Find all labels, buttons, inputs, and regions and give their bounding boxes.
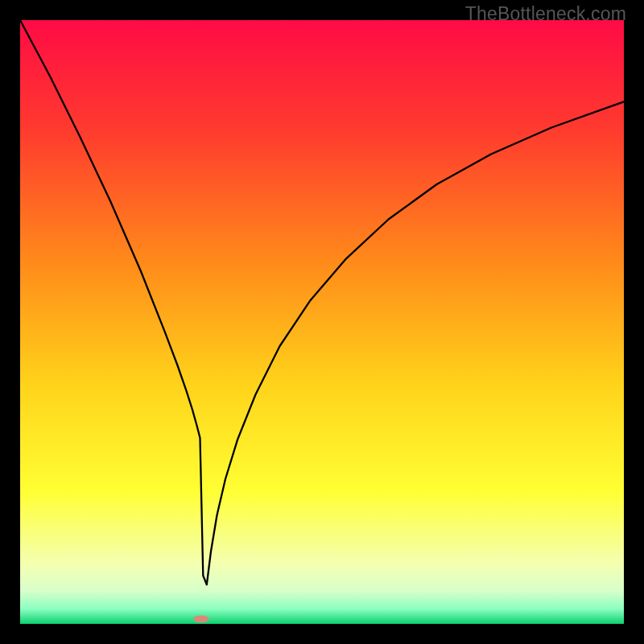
plot-background — [20, 20, 624, 624]
min-marker — [193, 616, 209, 623]
chart-frame: TheBottleneck.com — [0, 0, 644, 644]
watermark-text: TheBottleneck.com — [465, 3, 626, 25]
bottleneck-chart — [0, 0, 644, 644]
